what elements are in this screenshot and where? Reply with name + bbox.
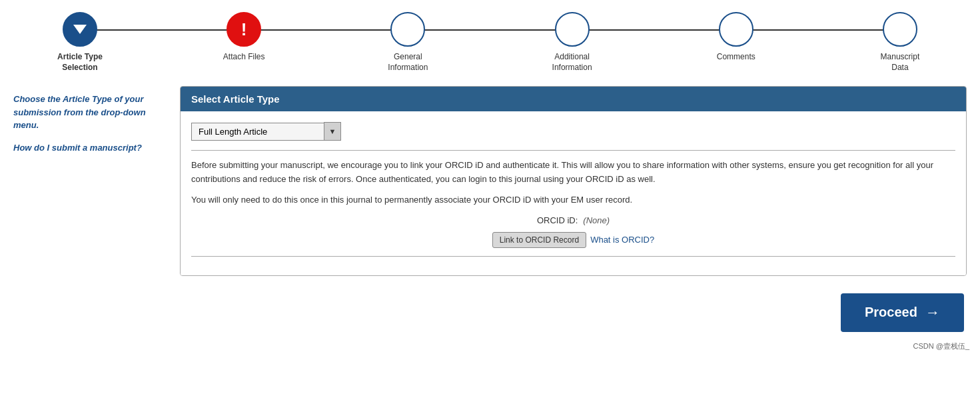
proceed-button[interactable]: Proceed →	[841, 293, 964, 332]
step-circle-general-info	[390, 12, 425, 47]
proceed-arrow-icon: →	[925, 304, 940, 321]
step-manuscript-data[interactable]: ManuscriptData	[860, 12, 940, 73]
step-circle-comments	[719, 12, 753, 47]
step-label-article-type: Article TypeSelection	[57, 52, 103, 73]
orcid-buttons-row: Link to ORCID Record What is ORCID?	[191, 232, 955, 248]
card-header: Select Article Type	[181, 87, 966, 111]
sidebar: Choose the Article Type of your submissi…	[13, 86, 167, 275]
step-article-type[interactable]: Article TypeSelection	[40, 12, 120, 73]
sidebar-instruction: Choose the Article Type of your submissi…	[13, 93, 167, 132]
article-type-dropdown-wrapper[interactable]: Full Length Article Short Communication …	[191, 122, 955, 141]
proceed-area: Proceed →	[0, 283, 980, 339]
main-content: Choose the Article Type of your submissi…	[0, 79, 980, 282]
dropdown-arrow-icon[interactable]: ▼	[324, 122, 341, 141]
step-circle-additional-info	[555, 12, 590, 47]
what-is-orcid-link[interactable]: What is ORCID?	[590, 235, 654, 245]
step-label-manuscript-data: ManuscriptData	[881, 52, 920, 73]
progress-line	[67, 29, 913, 31]
step-label-general-info: GeneralInformation	[388, 52, 428, 73]
step-label-attach-files: Attach Files	[223, 52, 265, 63]
step-attach-files[interactable]: ! Attach Files	[204, 12, 284, 63]
exclamation-icon: !	[241, 19, 247, 40]
step-additional-info[interactable]: AdditionalInformation	[532, 12, 612, 73]
step-label-additional-info: AdditionalInformation	[552, 52, 592, 73]
orcid-paragraph1: Before submitting your manuscript, we en…	[191, 159, 955, 187]
divider-bottom	[191, 256, 955, 257]
orcid-id-row: ORCID iD: (None)	[191, 215, 955, 225]
article-type-select[interactable]: Full Length Article Short Communication …	[191, 123, 324, 141]
link-orcid-button[interactable]: Link to ORCID Record	[492, 232, 586, 248]
divider-top	[191, 150, 955, 151]
orcid-id-value: (None)	[583, 215, 610, 225]
step-circle-attach-files: !	[227, 12, 261, 47]
step-label-comments: Comments	[717, 52, 755, 63]
step-general-info[interactable]: GeneralInformation	[368, 12, 448, 73]
card-body: Full Length Article Short Communication …	[181, 111, 966, 275]
step-circle-article-type	[63, 12, 97, 47]
proceed-label: Proceed	[865, 305, 917, 320]
footer: CSDN @壹栈伍_	[0, 339, 980, 354]
orcid-id-label: ORCID iD:	[537, 215, 578, 225]
step-comments[interactable]: Comments	[696, 12, 776, 63]
step-circle-manuscript-data	[883, 12, 917, 47]
footer-text: CSDN @壹栈伍_	[913, 342, 969, 350]
how-to-submit-link[interactable]: How do I submit a manuscript?	[13, 143, 142, 153]
arrow-down-icon	[73, 25, 87, 34]
orcid-paragraph2: You will only need to do this once in th…	[191, 193, 955, 207]
progress-bar: Article TypeSelection ! Attach Files Gen…	[0, 0, 980, 79]
article-type-card: Select Article Type Full Length Article …	[180, 86, 967, 275]
